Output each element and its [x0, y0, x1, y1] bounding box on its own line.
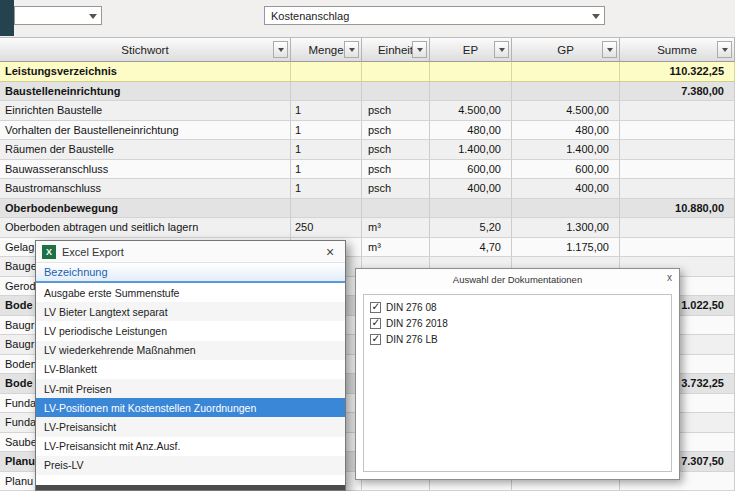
cell-stichwort[interactable]: Bauwasseranschluss [0, 160, 291, 180]
excel-export-option[interactable]: LV-Positionen mit Kostenstellen Zuordnun… [36, 398, 345, 417]
cell-ep[interactable]: 4.500,00 [430, 101, 512, 121]
excel-export-option[interactable]: LV-Preisansicht [36, 417, 345, 436]
cell-gp[interactable]: 400,00 [512, 179, 620, 199]
cell-ep[interactable] [430, 82, 512, 102]
cell-ep[interactable]: 1.400,00 [430, 140, 512, 160]
cell-gp[interactable]: 480,00 [512, 121, 620, 141]
cell-menge[interactable]: 1 [291, 140, 362, 160]
cell-summe[interactable]: 110.322,25 [620, 62, 735, 82]
cell-menge[interactable]: 1 [291, 160, 362, 180]
cell-stichwort[interactable]: Oberbodenbewegung [0, 199, 291, 219]
table-row[interactable]: Baustromanschluss1psch400,00400,00 [0, 179, 735, 199]
cell-stichwort[interactable]: Baustromanschluss [0, 179, 291, 199]
cell-menge[interactable] [291, 82, 362, 102]
excel-export-option[interactable]: LV-mit Preisen [36, 379, 345, 398]
column-header-gp[interactable]: GP [512, 38, 620, 62]
checkbox-icon[interactable] [370, 318, 381, 329]
dokumentationen-titlebar[interactable]: Auswahl der Dokumentationen x [356, 269, 679, 289]
filter-dropdown-icon[interactable] [602, 41, 617, 58]
cell-menge[interactable]: 1 [291, 179, 362, 199]
cell-gp[interactable]: 600,00 [512, 160, 620, 180]
filter-dropdown-icon[interactable] [273, 41, 288, 58]
cell-summe[interactable] [620, 238, 735, 258]
cell-summe[interactable] [620, 160, 735, 180]
chevron-down-icon[interactable] [85, 7, 101, 24]
cell-menge[interactable]: 1 [291, 101, 362, 121]
cell-ep[interactable]: 400,00 [430, 179, 512, 199]
cell-einheit[interactable] [362, 62, 430, 82]
checkbox-icon[interactable] [370, 302, 381, 313]
close-icon[interactable]: × [321, 243, 339, 261]
cell-gp[interactable]: 1.400,00 [512, 140, 620, 160]
cell-gp[interactable]: 4.500,00 [512, 101, 620, 121]
excel-list-column-header[interactable]: Bezeichnung [36, 263, 345, 283]
column-header-stichwort[interactable]: Stichwort [0, 38, 291, 62]
excel-export-option[interactable]: LV-Blankett [36, 360, 345, 379]
cell-stichwort[interactable]: Räumen der Baustelle [0, 140, 291, 160]
cell-summe[interactable] [620, 140, 735, 160]
documentation-option[interactable]: DIN 276 LB [370, 331, 665, 347]
excel-export-titlebar[interactable]: X Excel Export × [36, 241, 345, 263]
table-row[interactable]: Vorhalten der Baustelleneinrichtung1psch… [0, 121, 735, 141]
cell-gp[interactable]: 1.175,00 [512, 238, 620, 258]
cell-summe[interactable] [620, 179, 735, 199]
cell-stichwort[interactable]: Einrichten Baustelle [0, 101, 291, 121]
column-header-einheit[interactable]: Einheit [362, 38, 430, 62]
excel-export-option[interactable]: Preis-LV [36, 456, 345, 475]
cell-gp[interactable]: 1.300,00 [512, 218, 620, 238]
left-combobox[interactable] [14, 6, 102, 25]
cell-stichwort[interactable]: Baustelleneinrichtung [0, 82, 291, 102]
cell-summe[interactable] [620, 121, 735, 141]
cell-gp[interactable] [512, 82, 620, 102]
cell-einheit[interactable] [362, 199, 430, 219]
cell-ep[interactable] [430, 62, 512, 82]
cell-summe[interactable]: 10.880,00 [620, 199, 735, 219]
cell-stichwort[interactable]: Oberboden abtragen und seitlich lagern [0, 218, 291, 238]
cell-menge[interactable]: 250 [291, 218, 362, 238]
cell-gp[interactable] [512, 199, 620, 219]
cell-summe[interactable]: 7.380,00 [620, 82, 735, 102]
table-row[interactable]: Oberbodenbewegung10.880,00 [0, 199, 735, 219]
cell-ep[interactable]: 600,00 [430, 160, 512, 180]
cell-summe[interactable] [620, 101, 735, 121]
cell-einheit[interactable]: psch [362, 101, 430, 121]
cell-einheit[interactable]: m³ [362, 238, 430, 258]
table-row[interactable]: Einrichten Baustelle1psch4.500,004.500,0… [0, 101, 735, 121]
cell-einheit[interactable]: psch [362, 179, 430, 199]
excel-export-option[interactable]: LV-Preisansicht mit Anz.Ausf. [36, 437, 345, 456]
excel-export-option[interactable]: LV wiederkehrende Maßnahmen [36, 341, 345, 360]
table-row[interactable]: Bauwasseranschluss1psch600,00600,00 [0, 160, 735, 180]
cell-stichwort[interactable]: Leistungsverzeichnis [0, 62, 291, 82]
cell-einheit[interactable]: m³ [362, 218, 430, 238]
column-header-ep[interactable]: EP [430, 38, 512, 62]
table-row[interactable]: Baustelleneinrichtung7.380,00 [0, 82, 735, 102]
cell-summe[interactable] [620, 218, 735, 238]
close-icon[interactable]: x [667, 272, 672, 283]
cell-einheit[interactable]: psch [362, 160, 430, 180]
documentation-option[interactable]: DIN 276 08 [370, 299, 665, 315]
cell-menge[interactable]: 1 [291, 121, 362, 141]
cell-einheit[interactable] [362, 82, 430, 102]
table-row[interactable]: Räumen der Baustelle1psch1.400,001.400,0… [0, 140, 735, 160]
kostenanschlag-combobox[interactable]: Kostenanschlag [264, 6, 605, 25]
cell-gp[interactable] [512, 62, 620, 82]
cell-ep[interactable]: 5,20 [430, 218, 512, 238]
filter-dropdown-icon[interactable] [344, 41, 359, 58]
column-header-menge[interactable]: Menge [291, 38, 362, 62]
filter-dropdown-icon[interactable] [412, 41, 427, 58]
filter-dropdown-icon[interactable] [717, 41, 732, 58]
filter-dropdown-icon[interactable] [494, 41, 509, 58]
cell-ep[interactable] [430, 199, 512, 219]
cell-stichwort[interactable]: Vorhalten der Baustelleneinrichtung [0, 121, 291, 141]
documentation-option[interactable]: DIN 276 2018 [370, 315, 665, 331]
cell-menge[interactable] [291, 62, 362, 82]
cell-ep[interactable]: 4,70 [430, 238, 512, 258]
cell-ep[interactable]: 480,00 [430, 121, 512, 141]
checkbox-icon[interactable] [370, 334, 381, 345]
cell-einheit[interactable]: psch [362, 140, 430, 160]
table-row[interactable]: Oberboden abtragen und seitlich lagern25… [0, 218, 735, 238]
excel-export-option[interactable]: LV periodische Leistungen [36, 321, 345, 340]
cell-menge[interactable] [291, 199, 362, 219]
table-row[interactable]: Leistungsverzeichnis110.322,25 [0, 62, 735, 82]
excel-export-option[interactable]: Ausgabe erste Summenstufe [36, 283, 345, 302]
